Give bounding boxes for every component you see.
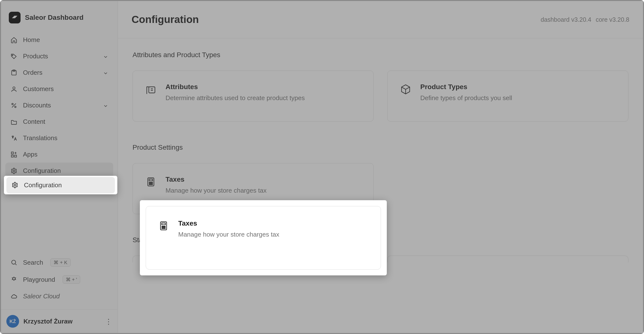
sidebar-item-label: Content xyxy=(23,118,45,126)
sidebar-item-label: Home xyxy=(23,36,40,44)
svg-point-23 xyxy=(162,226,163,227)
sidebar-playground[interactable]: Playground ⌘ + ' xyxy=(6,271,113,288)
brand-logo xyxy=(9,12,20,23)
svg-point-26 xyxy=(162,228,163,229)
svg-point-17 xyxy=(149,184,150,185)
calculator-icon xyxy=(144,175,157,188)
chevron-down-icon xyxy=(103,54,108,59)
versions: dashboard v3.20.4 core v3.20.8 xyxy=(540,16,629,23)
gear-icon xyxy=(11,181,18,189)
svg-point-28 xyxy=(164,228,165,229)
card-title: Attributes xyxy=(166,83,305,91)
card-product-types[interactable]: Product Types Define types of products y… xyxy=(387,71,628,122)
cube-icon xyxy=(399,83,412,96)
sidebar-item-configuration-highlight[interactable]: Configuration xyxy=(6,177,115,193)
nav: Home Products Orders Customers Discounts xyxy=(1,32,118,179)
card-partial-right[interactable] xyxy=(387,256,628,262)
sidebar-item-label: Apps xyxy=(23,151,38,158)
sidebar-item-content[interactable]: Content xyxy=(6,114,113,130)
brand: Saleor Dashboard xyxy=(1,1,118,32)
sidebar-item-label: Customers xyxy=(23,85,54,93)
header: Configuration dashboard v3.20.4 core v3.… xyxy=(118,1,643,38)
core-version: core v3.20.8 xyxy=(596,16,629,23)
chevron-down-icon xyxy=(103,103,108,108)
card-title: Taxes xyxy=(178,219,279,227)
sidebar-item-label: Configuration xyxy=(23,167,61,174)
cloud-label: Saleor Cloud xyxy=(23,293,60,300)
brand-title: Saleor Dashboard xyxy=(25,14,84,21)
svg-point-20 xyxy=(14,184,16,186)
sidebar-item-products[interactable]: Products xyxy=(6,48,113,64)
orders-icon xyxy=(10,69,18,76)
main-content: Configuration dashboard v3.20.4 core v3.… xyxy=(118,1,643,333)
sidebar-cloud[interactable]: Saleor Cloud xyxy=(6,288,113,305)
card-desc: Determine attributes used to create prod… xyxy=(166,94,305,102)
playground-icon xyxy=(10,276,18,283)
sidebar: Saleor Dashboard Home Products Orders Cu… xyxy=(1,1,118,333)
search-icon xyxy=(10,259,18,266)
user-name: Krzysztof Żuraw xyxy=(24,318,72,325)
svg-point-19 xyxy=(152,184,152,185)
svg-rect-11 xyxy=(149,87,155,93)
section-title-product-settings: Product Settings xyxy=(132,144,628,151)
svg-point-14 xyxy=(149,182,150,183)
dashboard-version: dashboard v3.20.4 xyxy=(540,16,591,23)
card-taxes-highlight[interactable]: Taxes Manage how your store charges tax xyxy=(146,206,381,270)
calculator-icon xyxy=(157,219,170,232)
svg-point-5 xyxy=(15,106,16,107)
svg-rect-7 xyxy=(14,155,16,157)
card-desc: Manage how your store charges tax xyxy=(166,187,266,194)
attributes-icon xyxy=(144,83,157,96)
sidebar-item-label: Configuration xyxy=(24,181,62,189)
sidebar-item-translations[interactable]: Translations xyxy=(6,130,113,146)
svg-rect-22 xyxy=(162,223,166,225)
playground-label: Playground xyxy=(23,276,55,284)
svg-point-0 xyxy=(12,55,13,55)
svg-point-27 xyxy=(163,228,164,229)
sidebar-search[interactable]: Search ⌘ + K xyxy=(6,254,113,271)
svg-point-18 xyxy=(150,184,151,185)
card-attributes[interactable]: Attributes Determine attributes used to … xyxy=(132,71,374,122)
card-title: Taxes xyxy=(166,175,266,183)
avatar: KŻ xyxy=(6,315,19,328)
sidebar-item-customers[interactable]: Customers xyxy=(6,81,113,97)
svg-point-10 xyxy=(12,260,16,264)
percent-icon xyxy=(10,102,18,109)
highlight-taxes: Taxes Manage how your store charges tax xyxy=(140,200,387,275)
folder-icon xyxy=(10,118,18,126)
sidebar-item-apps[interactable]: Apps xyxy=(6,146,113,163)
user-icon xyxy=(10,85,18,93)
svg-point-3 xyxy=(13,87,15,89)
home-icon xyxy=(10,36,18,44)
svg-point-15 xyxy=(150,182,151,183)
section-title-attributes: Attributes and Product Types xyxy=(132,51,628,59)
svg-point-9 xyxy=(13,170,15,172)
playground-kbd: ⌘ + ' xyxy=(62,275,80,284)
svg-rect-8 xyxy=(12,155,14,157)
gear-icon xyxy=(10,167,18,174)
page-title: Configuration xyxy=(132,14,199,25)
svg-point-25 xyxy=(164,226,165,227)
sidebar-item-discounts[interactable]: Discounts xyxy=(6,97,113,114)
apps-icon xyxy=(10,151,18,158)
highlight-configuration: Configuration xyxy=(4,176,117,194)
chevron-down-icon xyxy=(103,70,108,75)
tag-icon xyxy=(10,53,18,60)
sidebar-item-home[interactable]: Home xyxy=(6,32,113,48)
user-row: KŻ Krzysztof Żuraw ⋮ xyxy=(1,309,118,333)
svg-point-4 xyxy=(12,103,13,105)
sidebar-item-label: Orders xyxy=(23,69,42,76)
search-kbd: ⌘ + K xyxy=(50,258,70,267)
user-menu-button[interactable]: ⋮ xyxy=(105,317,112,326)
svg-point-24 xyxy=(163,226,164,227)
card-title: Product Types xyxy=(420,83,512,91)
svg-point-16 xyxy=(152,182,152,183)
svg-rect-6 xyxy=(12,152,14,154)
sidebar-item-orders[interactable]: Orders xyxy=(6,64,113,81)
sidebar-item-label: Translations xyxy=(23,134,58,142)
search-label: Search xyxy=(23,259,43,266)
sidebar-item-label: Discounts xyxy=(23,102,51,109)
sidebar-bottom: Search ⌘ + K Playground ⌘ + ' Saleor Clo… xyxy=(1,254,118,309)
card-desc: Define types of products you sell xyxy=(420,94,512,102)
sidebar-item-label: Products xyxy=(23,52,48,60)
